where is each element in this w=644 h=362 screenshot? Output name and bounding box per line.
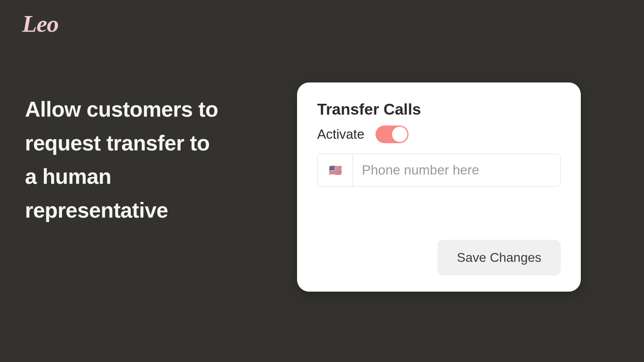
brand-logo: Leo xyxy=(22,10,58,38)
toggle-knob-icon xyxy=(392,127,407,142)
card-title: Transfer Calls xyxy=(317,101,561,118)
page-headline: Allow customers to request transfer to a… xyxy=(25,93,226,227)
card-footer: Save Changes xyxy=(317,240,561,276)
phone-number-input[interactable] xyxy=(353,154,560,186)
phone-field: 🇺🇸 xyxy=(317,154,561,187)
activate-row: Activate xyxy=(317,125,561,143)
country-selector[interactable]: 🇺🇸 xyxy=(318,154,353,186)
activate-label: Activate xyxy=(317,127,364,142)
save-changes-button[interactable]: Save Changes xyxy=(438,240,561,276)
activate-toggle[interactable] xyxy=(376,125,409,143)
transfer-calls-card: Transfer Calls Activate 🇺🇸 Save Changes xyxy=(297,82,581,292)
us-flag-icon: 🇺🇸 xyxy=(329,164,342,177)
